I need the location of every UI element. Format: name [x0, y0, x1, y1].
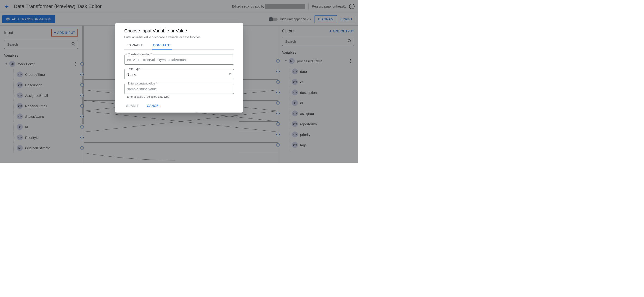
tab-constant[interactable]: CONSTANT	[152, 41, 172, 49]
submit-button[interactable]: SUBMIT	[125, 102, 140, 109]
cancel-button[interactable]: CANCEL	[146, 102, 161, 109]
constant-value-label: Enter a constant value *	[126, 82, 158, 85]
modal-title: Choose Input Variable or Value	[124, 28, 234, 33]
constant-value-helper: Enter a value of selected data type	[124, 95, 234, 98]
tab-variable[interactable]: VARIABLE	[126, 41, 144, 49]
data-type-select[interactable]: String	[124, 69, 234, 79]
constant-value-input[interactable]	[124, 84, 234, 94]
choose-input-modal: Choose Input Variable or Value Enter an …	[115, 23, 243, 113]
modal-subtitle: Enter an initial value or choose a varia…	[124, 35, 234, 39]
data-type-value: String	[127, 72, 136, 76]
data-type-label: Data Type	[126, 67, 141, 70]
chevron-down-icon	[229, 73, 231, 75]
constant-identifier-input[interactable]	[124, 54, 234, 65]
modal-tabs: VARIABLE CONSTANT	[124, 41, 234, 49]
constant-identifier-label: Constant identifier *	[126, 53, 153, 56]
